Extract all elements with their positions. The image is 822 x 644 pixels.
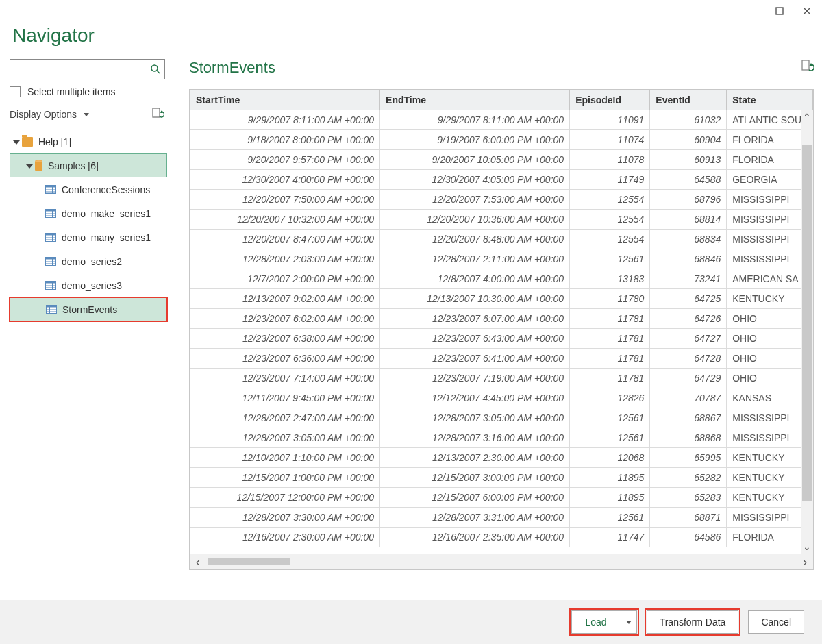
table-row[interactable]: 9/18/2007 8:00:00 PM +00:009/19/2007 6:0…: [190, 130, 813, 150]
tree-label: demo_series2: [62, 256, 122, 267]
tree-db-samples[interactable]: Samples [6]: [10, 153, 167, 177]
table-icon: [45, 281, 56, 290]
cell: 68846: [650, 249, 727, 269]
scroll-up-icon[interactable]: ⌃: [801, 110, 813, 124]
cell: 9/20/2007 9:57:00 PM +00:00: [190, 150, 380, 170]
close-icon[interactable]: [797, 1, 817, 21]
select-multiple-row[interactable]: Select multiple items: [10, 86, 175, 97]
column-header[interactable]: EndTime: [380, 90, 570, 110]
cell: MISSISSIPPI: [727, 190, 813, 210]
tree-table-stormevents[interactable]: StormEvents: [10, 297, 167, 321]
checkbox-icon[interactable]: [10, 86, 21, 97]
scrollbar-thumb[interactable]: [208, 558, 290, 565]
table-row[interactable]: 9/20/2007 9:57:00 PM +00:009/20/2007 10:…: [190, 150, 813, 170]
table-row[interactable]: 12/28/2007 3:30:00 AM +00:0012/28/2007 3…: [190, 508, 813, 528]
table-row[interactable]: 12/28/2007 2:47:00 AM +00:0012/28/2007 3…: [190, 408, 813, 428]
cell: 65283: [650, 488, 727, 508]
table-row[interactable]: 12/23/2007 6:02:00 AM +00:0012/23/2007 6…: [190, 309, 813, 329]
table-row[interactable]: 12/23/2007 6:38:00 AM +00:0012/23/2007 6…: [190, 329, 813, 349]
cell: FLORIDA: [727, 528, 813, 547]
tree-table-demo_many_series1[interactable]: demo_many_series1: [10, 225, 167, 249]
search-input-wrap: [10, 59, 165, 79]
cell: 11895: [570, 488, 650, 508]
cell: 64726: [650, 309, 727, 329]
tree-folder-help[interactable]: Help [1]: [10, 129, 167, 153]
cell: 64727: [650, 329, 727, 349]
tree-table-demo_make_series1[interactable]: demo_make_series1: [10, 201, 167, 225]
preview-refresh-icon[interactable]: [800, 59, 814, 77]
svg-rect-38: [47, 306, 57, 308]
cell: 9/19/2007 6:00:00 PM +00:00: [380, 130, 570, 150]
table-row[interactable]: 12/7/2007 2:00:00 PM +00:0012/8/2007 4:0…: [190, 269, 813, 289]
tree-count: [1]: [61, 136, 72, 147]
cell: 12/20/2007 7:50:00 AM +00:00: [190, 190, 380, 210]
search-icon[interactable]: [147, 64, 164, 75]
table-row[interactable]: 12/23/2007 6:36:00 AM +00:0012/23/2007 6…: [190, 349, 813, 369]
tree-label: Help: [38, 136, 58, 147]
scroll-left-icon[interactable]: ‹: [190, 555, 206, 569]
table-row[interactable]: 12/30/2007 4:00:00 PM +00:0012/30/2007 4…: [190, 170, 813, 190]
table-row[interactable]: 12/28/2007 3:05:00 AM +00:0012/28/2007 3…: [190, 428, 813, 448]
cell: MISSISSIPPI: [727, 210, 813, 230]
cell: 12/11/2007 9:45:00 PM +00:00: [190, 388, 380, 408]
table-row[interactable]: 12/15/2007 12:00:00 PM +00:0012/15/2007 …: [190, 488, 813, 508]
tree-table-demo_series3[interactable]: demo_series3: [10, 273, 167, 297]
preview-title: StormEvents: [189, 59, 275, 77]
load-button[interactable]: Load: [571, 610, 637, 634]
vertical-scrollbar[interactable]: ⌃ ⌄: [801, 110, 813, 554]
table-row[interactable]: 12/20/2007 8:47:00 AM +00:0012/20/2007 8…: [190, 230, 813, 249]
cancel-button[interactable]: Cancel: [748, 610, 804, 634]
cell: 12/23/2007 6:02:00 AM +00:00: [190, 309, 380, 329]
cell: 65282: [650, 468, 727, 488]
table-row[interactable]: 12/15/2007 1:00:00 PM +00:0012/15/2007 3…: [190, 468, 813, 488]
search-input[interactable]: [10, 64, 147, 75]
horizontal-scrollbar[interactable]: ‹ ›: [190, 554, 813, 569]
column-header[interactable]: EventId: [650, 90, 727, 110]
cell: 12/20/2007 8:47:00 AM +00:00: [190, 230, 380, 249]
load-dropdown[interactable]: [621, 621, 636, 624]
tree-table-conferencesessions[interactable]: ConferenceSessions: [10, 177, 167, 201]
cell: 12/16/2007 2:30:00 AM +00:00: [190, 528, 380, 547]
table-row[interactable]: 12/20/2007 7:50:00 AM +00:0012/20/2007 7…: [190, 190, 813, 210]
table-row[interactable]: 12/13/2007 9:02:00 AM +00:0012/13/2007 1…: [190, 289, 813, 309]
refresh-icon[interactable]: [151, 107, 164, 121]
cell: 12/16/2007 2:35:00 AM +00:00: [380, 528, 570, 547]
expand-icon[interactable]: [24, 164, 35, 168]
maximize-icon[interactable]: [770, 1, 789, 21]
cell: 12/13/2007 2:30:00 AM +00:00: [380, 448, 570, 468]
column-header[interactable]: State: [727, 90, 813, 110]
cell: 11895: [570, 468, 650, 488]
cell: 68867: [650, 408, 727, 428]
cell: KENTUCKY: [727, 289, 813, 309]
cell: 12/15/2007 1:00:00 PM +00:00: [190, 468, 380, 488]
cell: 68871: [650, 508, 727, 528]
scroll-right-icon[interactable]: ›: [797, 555, 813, 569]
scroll-down-icon[interactable]: ⌄: [801, 540, 813, 554]
tree-table-demo_series2[interactable]: demo_series2: [10, 249, 167, 273]
tree-count: [6]: [88, 160, 99, 171]
cell: 12826: [570, 388, 650, 408]
cell: 12561: [570, 249, 650, 269]
table-row[interactable]: 9/29/2007 8:11:00 AM +00:009/29/2007 8:1…: [190, 110, 813, 130]
table-row[interactable]: 12/28/2007 2:03:00 AM +00:0012/28/2007 2…: [190, 249, 813, 269]
table-row[interactable]: 12/10/2007 1:10:00 PM +00:0012/13/2007 2…: [190, 448, 813, 468]
display-options[interactable]: Display Options: [10, 109, 89, 120]
cell: MISSISSIPPI: [727, 508, 813, 528]
table-row[interactable]: 12/11/2007 9:45:00 PM +00:0012/12/2007 4…: [190, 388, 813, 408]
scrollbar-thumb[interactable]: [802, 145, 812, 501]
transform-data-button[interactable]: Transform Data: [647, 610, 739, 634]
svg-rect-14: [46, 210, 56, 212]
cell: 68834: [650, 230, 727, 249]
table-row[interactable]: 12/23/2007 7:14:00 AM +00:0012/23/2007 7…: [190, 369, 813, 388]
cell: 12/23/2007 6:38:00 AM +00:00: [190, 329, 380, 349]
table-row[interactable]: 12/16/2007 2:30:00 AM +00:0012/16/2007 2…: [190, 528, 813, 547]
svg-rect-20: [46, 234, 56, 236]
column-header[interactable]: StartTime: [190, 90, 380, 110]
cell: 12/20/2007 10:32:00 AM +00:00: [190, 210, 380, 230]
table-row[interactable]: 12/20/2007 10:32:00 AM +00:0012/20/2007 …: [190, 210, 813, 230]
column-header[interactable]: EpisodeId: [570, 90, 650, 110]
tree-label: demo_make_series1: [62, 208, 151, 219]
cell: 12554: [570, 190, 650, 210]
expand-icon[interactable]: [11, 140, 22, 144]
preview-grid: StartTimeEndTimeEpisodeIdEventIdState 9/…: [189, 89, 814, 570]
